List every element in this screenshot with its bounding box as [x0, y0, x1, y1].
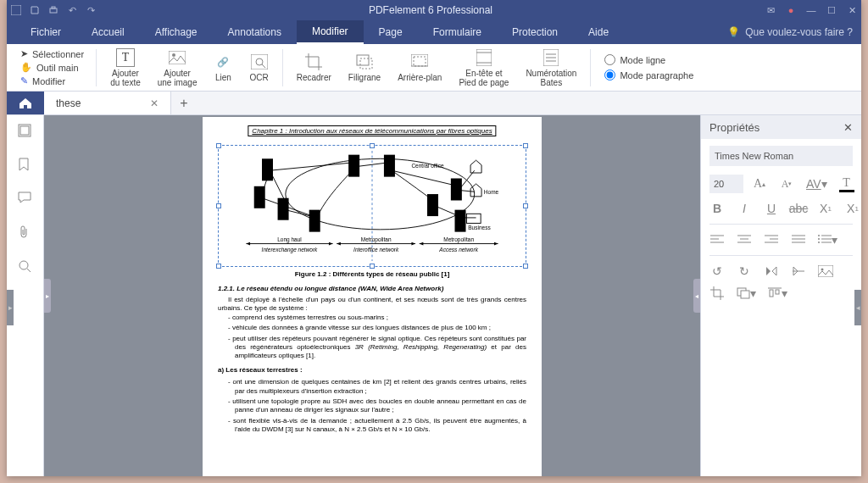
bates-button[interactable]: Numérotation Bates [519, 48, 583, 87]
left-expand-handle[interactable]: ▸ [44, 279, 51, 313]
svg-marker-45 [411, 242, 415, 246]
print-icon[interactable] [47, 4, 59, 16]
close-icon[interactable]: ✕ [846, 4, 858, 16]
svg-marker-50 [494, 242, 498, 246]
increase-font-icon[interactable]: A▴ [752, 177, 767, 191]
watermark-icon [355, 53, 374, 71]
flip-horizontal-icon[interactable] [791, 265, 806, 277]
font-family-select[interactable] [709, 146, 853, 166]
italic-icon[interactable]: I [737, 202, 752, 215]
rotate-left-icon[interactable]: ↺ [709, 264, 725, 278]
subscript-icon[interactable]: X1 [845, 202, 860, 215]
minimize-icon[interactable]: — [805, 4, 817, 16]
mode-line-radio[interactable]: Mode ligne [604, 54, 693, 65]
decrease-font-icon[interactable]: A▾ [779, 178, 794, 191]
underline-icon[interactable]: U [764, 202, 779, 215]
comment-icon[interactable] [18, 192, 33, 207]
attachment-icon[interactable] [18, 225, 33, 241]
right-collapse-tab[interactable]: ◂ [854, 290, 861, 325]
window-title: PDFelement 6 Professional [97, 4, 765, 16]
align-justify-icon[interactable] [791, 235, 806, 245]
text-color-icon[interactable]: T [839, 176, 854, 192]
document-tab[interactable]: these✕ [44, 92, 171, 114]
header-footer-button[interactable]: En-tête et Pied de page [452, 48, 515, 87]
bookmark-icon[interactable] [18, 158, 33, 173]
subsection: a) Les réseaux terrestres : [218, 366, 526, 375]
svg-rect-9 [360, 58, 372, 69]
svg-point-21 [19, 261, 28, 269]
menu-fichier[interactable]: Fichier [15, 20, 76, 44]
link-button[interactable]: 🔗Lien [207, 53, 239, 82]
rotate-right-icon[interactable]: ↻ [737, 264, 752, 278]
save-icon[interactable] [29, 4, 41, 16]
svg-rect-0 [11, 5, 21, 15]
tab-add-button[interactable]: + [171, 96, 197, 111]
section-title: 1.2.1. Le réseau étendu ou longue distan… [218, 285, 526, 292]
add-image-button[interactable]: Ajouter une image [151, 48, 204, 87]
watermark-button[interactable]: Filigrane [342, 53, 387, 82]
svg-marker-40 [329, 242, 333, 246]
svg-text:Metropolitan: Metropolitan [361, 236, 392, 243]
menu-affichage[interactable]: Affichage [140, 20, 213, 44]
tab-home[interactable] [7, 92, 44, 114]
flip-vertical-icon[interactable] [764, 265, 779, 277]
strikethrough-icon[interactable]: abc [791, 202, 806, 215]
menu-modifier[interactable]: Modifier [297, 20, 364, 44]
pdf-page: Chapitre 1 : Introduction aux réseaux de… [203, 117, 542, 476]
search-icon[interactable] [18, 259, 33, 275]
menu-protection[interactable]: Protection [497, 20, 573, 44]
svg-text:Metropolitan: Metropolitan [443, 236, 474, 243]
add-text-button[interactable]: TAjouter du texte [103, 48, 147, 87]
align-left-icon[interactable] [709, 235, 725, 245]
right-expand-handle[interactable]: ◂ [693, 279, 700, 313]
bates-icon [542, 48, 560, 67]
undo-icon[interactable]: ↶ [66, 4, 78, 16]
document-canvas[interactable]: ▸ Chapitre 1 : Introduction aux réseaux … [44, 115, 700, 476]
maximize-icon[interactable]: ☐ [826, 4, 837, 16]
font-size-input[interactable] [709, 175, 743, 193]
mode-paragraph-radio[interactable]: Mode paragraphe [604, 69, 693, 80]
align-objects-icon[interactable]: ▾ [768, 286, 787, 300]
background-button[interactable]: Arrière-plan [391, 53, 448, 82]
mail-icon[interactable]: ✉ [765, 4, 776, 16]
properties-close-icon[interactable]: ✕ [843, 121, 853, 134]
replace-image-icon[interactable] [818, 265, 833, 277]
ocr-button[interactable]: OCR [242, 53, 275, 82]
text-icon: T [116, 48, 135, 67]
svg-marker-39 [246, 242, 250, 246]
svg-text:Interexchange network: Interexchange network [262, 247, 319, 253]
crop-button[interactable]: Recadrer [290, 53, 338, 82]
bold-icon[interactable]: B [709, 202, 725, 215]
modify-tool[interactable]: ✎Modifier [20, 75, 84, 86]
notification-icon[interactable]: ● [785, 4, 797, 16]
char-spacing-icon[interactable]: AV▾ [806, 177, 827, 191]
figure-caption: Figure 1.2 : Différents types de réseau … [218, 270, 526, 278]
menu-aide[interactable]: Aide [573, 20, 624, 44]
help-search[interactable]: 💡 Que voulez-vous faire ? [727, 26, 853, 38]
arrange-icon[interactable]: ▾ [737, 286, 756, 300]
crop-image-icon[interactable] [709, 286, 725, 300]
align-center-icon[interactable] [737, 235, 752, 245]
tab-close-icon[interactable]: ✕ [150, 97, 159, 109]
thumbnails-icon[interactable] [18, 124, 33, 139]
left-collapse-tab[interactable]: ▸ [7, 290, 14, 325]
svg-marker-49 [420, 242, 424, 246]
list-icon[interactable]: ▾ [818, 233, 837, 247]
redo-icon[interactable]: ↷ [85, 4, 97, 16]
select-tool[interactable]: ➤Sélectionner [20, 48, 84, 59]
menu-accueil[interactable]: Accueil [76, 20, 140, 44]
svg-marker-44 [337, 242, 341, 246]
align-right-icon[interactable] [764, 235, 779, 245]
svg-rect-8 [357, 55, 369, 65]
menu-annotations[interactable]: Annotations [213, 20, 297, 44]
selected-image[interactable]: Central office Home Business Long haulIn… [218, 145, 526, 267]
superscript-icon[interactable]: X1 [818, 202, 833, 215]
svg-point-57 [821, 269, 824, 271]
svg-point-55 [818, 242, 820, 243]
menu-formulaire[interactable]: Formulaire [418, 20, 497, 44]
titlebar: ↶ ↷ PDFelement 6 Professional ✉ ● — ☐ ✕ [7, 0, 861, 20]
svg-point-54 [818, 238, 820, 240]
pencil-icon: ✎ [20, 75, 28, 86]
hand-tool[interactable]: ✋Outil main [20, 62, 84, 73]
menu-page[interactable]: Page [364, 20, 418, 44]
